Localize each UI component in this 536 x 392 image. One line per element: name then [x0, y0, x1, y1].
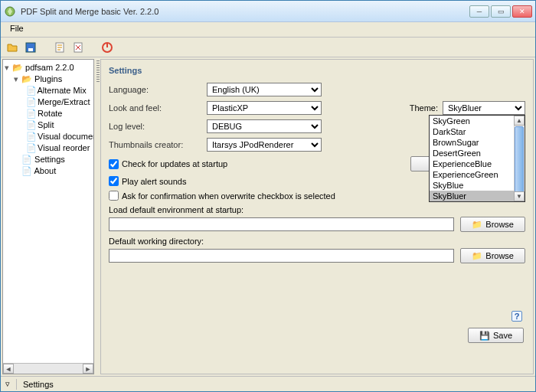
scroll-right-icon[interactable]: ►: [83, 364, 93, 374]
close-button[interactable]: ✕: [512, 5, 532, 18]
theme-option[interactable]: ExperienceGreen: [430, 169, 525, 180]
scroll-thumb[interactable]: [515, 126, 524, 195]
body: ▾📂 pdfsam 2.2.0 ▾📂 Plugins 📄 Alternate M…: [1, 57, 535, 376]
menubar: File: [1, 22, 535, 38]
tree-plugins[interactable]: ▾📂 Plugins: [5, 74, 92, 85]
save-button[interactable]: 💾Save: [468, 328, 524, 343]
app-icon: [4, 5, 16, 18]
app-window: PDF Split and Merge basic Ver. 2.2.0 ─ ▭…: [0, 0, 536, 392]
theme-dropdown-list[interactable]: SkyGreen DarkStar BrownSugar DesertGreen…: [429, 115, 525, 202]
theme-select[interactable]: SkyBluer: [443, 101, 525, 115]
theme-option[interactable]: DesertGreen: [430, 148, 525, 158]
ask-confirm-label: Ask for confirmation when overwrite chec…: [122, 191, 335, 201]
settings-panel: Settings Language: English (UK) Look and…: [100, 59, 534, 374]
theme-option[interactable]: SkyGreen: [430, 116, 525, 126]
tree-about[interactable]: 📄 About: [5, 165, 92, 177]
panel-heading: Settings: [109, 66, 525, 75]
statusbar: ▿ Settings: [1, 376, 535, 391]
nav-tree[interactable]: ▾📂 pdfsam 2.2.0 ▾📂 Plugins 📄 Alternate M…: [3, 60, 93, 363]
theme-option-selected[interactable]: SkyBluer: [430, 191, 525, 201]
theme-label: Theme:: [410, 103, 438, 113]
language-label: Language:: [109, 85, 201, 94]
tree-alternate-mix[interactable]: 📄 Alternate Mix: [5, 85, 92, 96]
check-updates-checkbox[interactable]: [109, 159, 119, 169]
default-dir-label: Default working directory:: [109, 237, 525, 246]
log-icon[interactable]: [53, 41, 67, 54]
splitter-grip-icon: [96, 60, 100, 83]
svg-rect-6: [106, 43, 108, 47]
folder-icon: 📁: [472, 220, 482, 230]
tree-settings[interactable]: 📄 Settings: [5, 154, 92, 165]
statusbar-text: Settings: [23, 380, 54, 389]
minimize-button[interactable]: ─: [469, 5, 489, 18]
load-env-input[interactable]: [109, 217, 454, 231]
theme-option[interactable]: DarkStar: [430, 126, 525, 137]
tree-visual-document[interactable]: 📄 Visual document: [5, 131, 92, 142]
scroll-up-icon[interactable]: ▲: [514, 116, 525, 126]
theme-option[interactable]: SkyBlue: [430, 180, 525, 191]
window-buttons: ─ ▭ ✕: [469, 5, 532, 18]
thumb-label: Thumbnails creator:: [109, 140, 201, 149]
window-title: PDF Split and Merge basic Ver. 2.2.0: [21, 7, 469, 16]
loglevel-label: Log level:: [109, 122, 201, 131]
tree-visual-reorder[interactable]: 📄 Visual reorder: [5, 142, 92, 154]
ask-confirm-checkbox[interactable]: [109, 191, 119, 201]
titlebar: PDF Split and Merge basic Ver. 2.2.0 ─ ▭…: [1, 1, 535, 22]
maximize-button[interactable]: ▭: [491, 5, 511, 18]
tree-merge-extract[interactable]: 📄 Merge/Extract: [5, 96, 92, 108]
play-sounds-label: Play alert sounds: [122, 177, 186, 186]
theme-option[interactable]: BrownSugar: [430, 137, 525, 148]
statusbar-sep: [16, 379, 17, 390]
check-updates-label: Check for updates at startup: [122, 159, 227, 168]
scroll-left-icon[interactable]: ◄: [3, 364, 14, 374]
tree-root[interactable]: ▾📂 pdfsam 2.2.0: [5, 62, 92, 74]
clear-icon[interactable]: [71, 41, 85, 54]
sidebar: ▾📂 pdfsam 2.2.0 ▾📂 Plugins 📄 Alternate M…: [2, 59, 94, 374]
dropdown-scrollbar[interactable]: ▲ ▼: [514, 116, 525, 201]
tree-split[interactable]: 📄 Split: [5, 119, 92, 131]
open-icon[interactable]: [5, 41, 19, 54]
menu-file[interactable]: File: [5, 22, 28, 34]
lookfeel-label: Look and feel:: [109, 103, 201, 113]
statusbar-toggle-icon[interactable]: ▿: [5, 379, 10, 389]
loglevel-select[interactable]: DEBUG: [207, 119, 322, 133]
disk-icon: 💾: [479, 331, 490, 341]
save-icon[interactable]: [24, 41, 38, 54]
browse-env-button[interactable]: 📁Browse: [460, 217, 525, 232]
load-env-label: Load default environment at startup:: [109, 205, 525, 214]
tree-rotate[interactable]: 📄 Rotate: [5, 108, 92, 119]
default-dir-input[interactable]: [109, 249, 454, 263]
folder-icon: 📁: [472, 251, 482, 261]
theme-group: Theme: SkyBluer SkyGreen DarkStar BrownS…: [410, 101, 525, 115]
thumb-select[interactable]: Itarsys JPodRenderer: [207, 138, 322, 152]
scroll-down-icon[interactable]: ▼: [514, 191, 525, 201]
svg-rect-2: [28, 48, 33, 51]
language-select[interactable]: English (UK): [207, 83, 322, 96]
browse-dir-button[interactable]: 📁Browse: [460, 248, 525, 263]
sidebar-hscroll[interactable]: ◄ ►: [3, 363, 93, 374]
lookfeel-select[interactable]: PlasticXP: [207, 101, 322, 115]
help-button[interactable]: ?: [511, 311, 522, 322]
toolbar: [1, 38, 535, 57]
play-sounds-checkbox[interactable]: [109, 176, 119, 186]
scroll-track[interactable]: [14, 364, 83, 374]
theme-option[interactable]: ExperienceBlue: [430, 158, 525, 169]
exit-icon[interactable]: [100, 41, 114, 54]
